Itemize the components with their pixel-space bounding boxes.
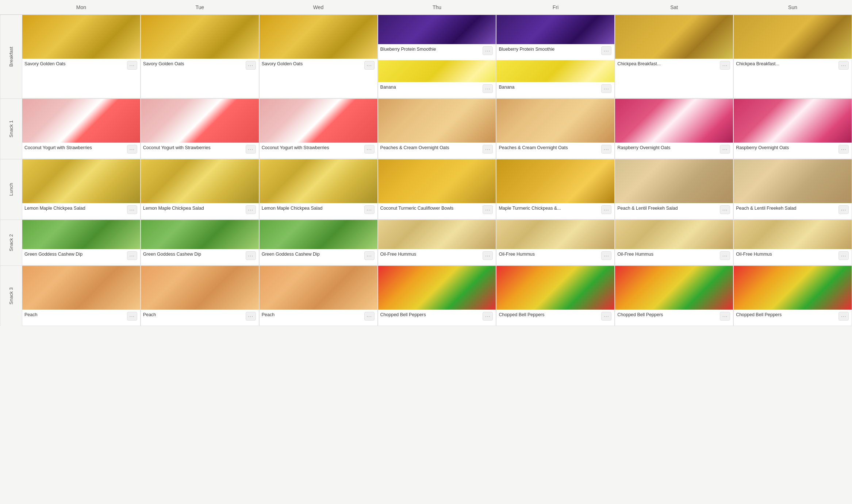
more-button-snack3-fri[interactable]: ··· <box>601 312 611 321</box>
meal-image-snack3-tue <box>141 266 259 310</box>
more-button-breakfast-fri-1[interactable]: ··· <box>601 46 611 55</box>
meal-name-lunch-sun: Peach & Lentil Freekeh Salad <box>736 205 837 211</box>
more-button-snack1-sat[interactable]: ··· <box>720 145 730 154</box>
meal-image-snack2-fri <box>496 220 614 249</box>
more-button-lunch-sun[interactable]: ··· <box>838 205 849 214</box>
meal-lunch-fri: Maple Turmeric Chickpeas &... ··· <box>496 159 615 220</box>
more-button-breakfast-thu-1[interactable]: ··· <box>483 46 493 55</box>
meal-snack1-mon: Coconut Yogurt with Strawberries ··· <box>22 98 141 159</box>
row-label-snack1: Snack 1 <box>0 98 22 159</box>
more-button-lunch-mon[interactable]: ··· <box>127 205 137 214</box>
more-button-lunch-fri[interactable]: ··· <box>601 205 611 214</box>
meal-name-breakfast-wed: Savory Golden Oats <box>262 61 363 67</box>
more-button-breakfast-wed[interactable]: ··· <box>364 61 375 70</box>
header-thu: Thu <box>378 0 496 15</box>
meal-image-snack1-sat <box>615 99 733 143</box>
meal-snack3-tue: Peach ··· <box>141 265 259 326</box>
meal-snack3-wed: Peach ··· <box>259 265 378 326</box>
meal-name-breakfast-fri-1: Blueberry Protein Smoothie <box>499 46 600 52</box>
meal-planner-grid: Mon Tue Wed Thu Fri Sat Sun Breakfast Sa… <box>0 0 852 326</box>
more-button-snack1-mon[interactable]: ··· <box>127 145 137 154</box>
header-fri: Fri <box>496 0 615 15</box>
more-button-snack1-tue[interactable]: ··· <box>246 145 256 154</box>
meal-lunch-wed: Lemon Maple Chickpea Salad ··· <box>259 159 378 220</box>
more-button-lunch-tue[interactable]: ··· <box>246 205 256 214</box>
more-button-snack3-sat[interactable]: ··· <box>720 312 730 321</box>
meal-lunch-sat: Peach & Lentil Freekeh Salad ··· <box>615 159 733 220</box>
row-label-snack3: Snack 3 <box>0 265 22 326</box>
meal-name-snack3-tue: Peach <box>143 312 244 318</box>
meal-name-snack1-tue: Coconut Yogurt with Strawberries <box>143 145 244 151</box>
meal-image-lunch-wed <box>260 159 377 203</box>
more-button-breakfast-thu-2[interactable]: ··· <box>483 84 493 93</box>
meal-image-snack2-wed <box>260 220 377 249</box>
meal-name-lunch-thu: Coconut Turmeric Cauliflower Bowls <box>380 205 481 211</box>
meal-breakfast-sat: Chickpea Breakfast... ··· <box>615 15 733 98</box>
more-button-snack2-tue[interactable]: ··· <box>246 251 256 260</box>
meal-image-breakfast-sun <box>734 15 852 59</box>
meal-image-snack1-fri <box>496 99 614 143</box>
meal-snack2-fri: Oil-Free Hummus ··· <box>496 220 615 265</box>
more-button-lunch-thu[interactable]: ··· <box>483 205 493 214</box>
meal-name-breakfast-thu-1: Blueberry Protein Smoothie <box>380 46 481 52</box>
meal-snack2-wed: Green Goddess Cashew Dip ··· <box>259 220 378 265</box>
row-label-snack2: Snack 2 <box>0 220 22 265</box>
more-button-snack2-wed[interactable]: ··· <box>364 251 375 260</box>
meal-image-snack2-tue <box>141 220 259 249</box>
meal-name-breakfast-thu-2: Banana <box>380 84 481 90</box>
more-button-snack3-mon[interactable]: ··· <box>127 312 137 321</box>
meal-image-snack3-fri <box>496 266 614 310</box>
meal-image-snack3-sun <box>734 266 852 310</box>
meal-snack3-fri: Chopped Bell Peppers ··· <box>496 265 615 326</box>
more-button-snack1-thu[interactable]: ··· <box>483 145 493 154</box>
meal-snack1-thu: Peaches & Cream Overnight Oats ··· <box>378 98 496 159</box>
more-button-breakfast-fri-2[interactable]: ··· <box>601 84 611 93</box>
meal-image-breakfast-sat <box>615 15 733 59</box>
more-button-snack1-fri[interactable]: ··· <box>601 145 611 154</box>
meal-snack3-mon: Peach ··· <box>22 265 141 326</box>
meal-snack2-sun: Oil-Free Hummus ··· <box>733 220 852 265</box>
more-button-breakfast-tue[interactable]: ··· <box>246 61 256 70</box>
more-button-breakfast-mon[interactable]: ··· <box>127 61 137 70</box>
meal-breakfast-sun: Chickpea Breakfast... ··· <box>733 15 852 98</box>
meal-name-breakfast-fri-2: Banana <box>499 84 600 90</box>
more-button-snack2-sun[interactable]: ··· <box>838 251 849 260</box>
meal-image-snack2-sun <box>734 220 852 249</box>
meal-snack1-tue: Coconut Yogurt with Strawberries ··· <box>141 98 259 159</box>
meal-image-snack3-thu <box>378 266 496 310</box>
header-tue: Tue <box>141 0 259 15</box>
meal-name-snack2-mon: Green Goddess Cashew Dip <box>24 251 126 257</box>
more-button-snack2-mon[interactable]: ··· <box>127 251 137 260</box>
meal-snack1-wed: Coconut Yogurt with Strawberries ··· <box>259 98 378 159</box>
more-button-snack3-thu[interactable]: ··· <box>483 312 493 321</box>
meal-name-lunch-mon: Lemon Maple Chickpea Salad <box>24 205 126 211</box>
more-button-snack3-tue[interactable]: ··· <box>246 312 256 321</box>
meal-image-snack2-thu <box>378 220 496 249</box>
meal-image-lunch-thu <box>378 159 496 203</box>
meal-image-snack2-sat <box>615 220 733 249</box>
header-sat: Sat <box>615 0 733 15</box>
meal-image-snack1-wed <box>260 99 377 143</box>
meal-name-snack1-mon: Coconut Yogurt with Strawberries <box>24 145 126 151</box>
more-button-snack3-sun[interactable]: ··· <box>838 312 849 321</box>
more-button-snack1-sun[interactable]: ··· <box>838 145 849 154</box>
meal-name-snack3-fri: Chopped Bell Peppers <box>499 312 600 318</box>
more-button-lunch-wed[interactable]: ··· <box>364 205 375 214</box>
meal-snack2-mon: Green Goddess Cashew Dip ··· <box>22 220 141 265</box>
meal-image-breakfast-thu <box>378 15 496 44</box>
meal-image-breakfast-fri <box>496 15 614 44</box>
meal-image-snack1-sun <box>734 99 852 143</box>
more-button-snack3-wed[interactable]: ··· <box>364 312 375 321</box>
more-button-breakfast-sun[interactable]: ··· <box>838 61 849 70</box>
meal-name-snack1-thu: Peaches & Cream Overnight Oats <box>380 145 481 151</box>
more-button-snack2-fri[interactable]: ··· <box>601 251 611 260</box>
meal-lunch-tue: Lemon Maple Chickpea Salad ··· <box>141 159 259 220</box>
more-button-snack2-sat[interactable]: ··· <box>720 251 730 260</box>
meal-image-snack1-mon <box>22 99 140 143</box>
more-button-snack1-wed[interactable]: ··· <box>364 145 375 154</box>
more-button-breakfast-sat[interactable]: ··· <box>720 61 730 70</box>
more-button-lunch-sat[interactable]: ··· <box>720 205 730 214</box>
meal-name-snack1-sat: Raspberry Overnight Oats <box>617 145 718 151</box>
meal-image-lunch-fri <box>496 159 614 203</box>
more-button-snack2-thu[interactable]: ··· <box>483 251 493 260</box>
